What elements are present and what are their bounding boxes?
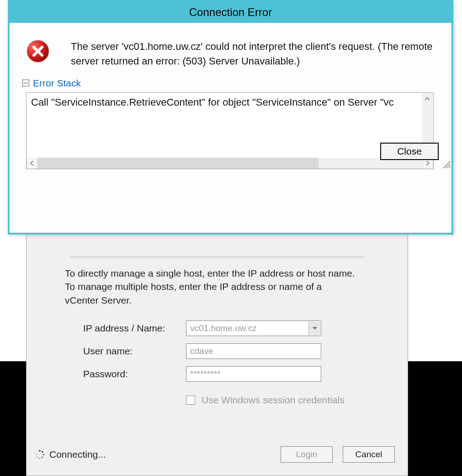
svg-point-1 bbox=[42, 451, 43, 453]
svg-point-4 bbox=[39, 457, 41, 459]
svg-line-12 bbox=[449, 166, 451, 168]
use-windows-creds-label: Use Windows session credentials bbox=[202, 395, 345, 406]
use-windows-creds-checkbox[interactable] bbox=[186, 396, 195, 405]
resize-grip-icon[interactable] bbox=[441, 159, 451, 168]
error-stack-label: Error Stack bbox=[33, 78, 81, 89]
login-instructions: To directly manage a single host, enter … bbox=[65, 267, 369, 307]
ip-label: IP address / Name: bbox=[83, 323, 186, 334]
connecting-status: Connecting... bbox=[49, 449, 271, 460]
collapse-icon bbox=[22, 80, 29, 86]
hscroll-track[interactable] bbox=[37, 158, 422, 169]
login-instructions-line: vCenter Server. bbox=[65, 295, 132, 305]
password-field[interactable] bbox=[186, 366, 321, 382]
scroll-up-icon[interactable] bbox=[422, 93, 433, 104]
scroll-left-icon[interactable] bbox=[27, 158, 37, 169]
hscroll-thumb[interactable] bbox=[37, 158, 319, 169]
spinner-icon bbox=[35, 449, 45, 460]
error-message: The server 'vc01.home.uw.cz' could not i… bbox=[57, 39, 435, 69]
login-button[interactable]: Login bbox=[281, 446, 333, 463]
svg-point-7 bbox=[36, 451, 38, 453]
error-stack-panel: Call "ServiceInstance.RetrieveContent" f… bbox=[26, 92, 434, 169]
svg-point-3 bbox=[42, 456, 43, 458]
error-stack-toggle[interactable]: Error Stack bbox=[22, 78, 435, 89]
ip-combobox[interactable]: vc01.home.uw.cz bbox=[186, 321, 321, 336]
password-label: Password: bbox=[83, 369, 186, 380]
svg-point-2 bbox=[42, 454, 44, 455]
svg-point-5 bbox=[36, 456, 38, 458]
divider bbox=[69, 257, 365, 257]
login-instructions-line: To manage multiple hosts, enter the IP a… bbox=[65, 281, 322, 292]
login-instructions-line: To directly manage a single host, enter … bbox=[65, 268, 355, 278]
error-title-text: Connection Error bbox=[189, 6, 272, 19]
username-field[interactable] bbox=[186, 343, 321, 359]
error-dialog: Connection Error bbox=[8, 0, 453, 235]
ip-value: vc01.home.uw.cz bbox=[190, 323, 257, 333]
svg-point-0 bbox=[39, 450, 41, 452]
error-stack-text[interactable]: Call "ServiceInstance.RetrieveContent" f… bbox=[27, 93, 433, 158]
chevron-down-icon[interactable] bbox=[308, 321, 320, 335]
error-icon bbox=[26, 39, 50, 63]
close-button[interactable]: Close bbox=[380, 143, 439, 160]
username-label: User name: bbox=[83, 346, 186, 357]
cancel-button[interactable]: Cancel bbox=[343, 446, 395, 463]
horizontal-scrollbar[interactable] bbox=[27, 158, 433, 169]
error-title: Connection Error bbox=[10, 2, 451, 23]
svg-point-6 bbox=[35, 454, 37, 455]
